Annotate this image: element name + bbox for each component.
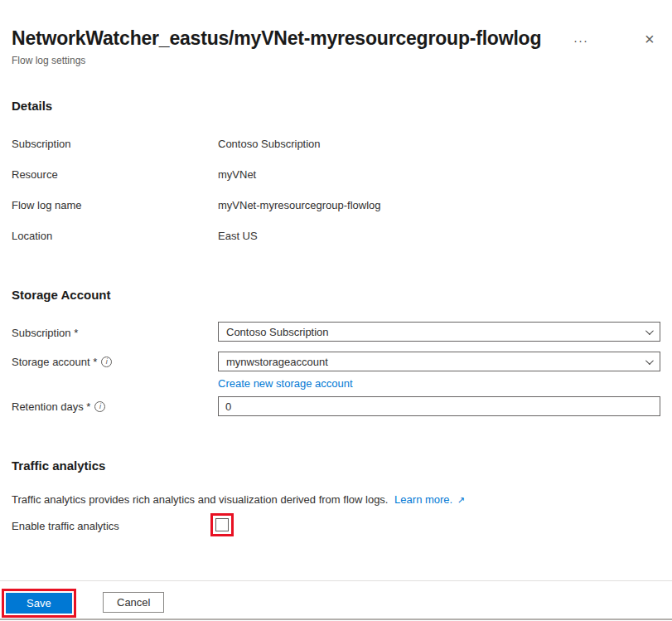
subscription-select[interactable]: Contoso Subscription [218,322,660,342]
save-button[interactable]: Save [6,593,72,614]
storage-account-select-value: mynwstorageaccount [226,356,328,368]
retention-days-input[interactable] [218,396,660,416]
retention-days-label-text: Retention days * [12,400,90,413]
retention-days-field-label: Retention days * i [12,400,105,413]
save-annotation-box: Save [2,589,76,618]
details-heading: Details [12,99,52,113]
learn-more-link[interactable]: Learn more. [394,493,452,506]
description-text: Traffic analytics provides rich analytic… [12,493,388,506]
flow-log-settings-pane: NetworkWatcher_eastus/myVNet-myresourceg… [0,0,672,621]
page-title: NetworkWatcher_eastus/myVNet-myresourceg… [12,27,541,50]
more-options-icon[interactable]: ··· [568,32,593,49]
checkbox-annotation-box [210,513,234,536]
detail-label-flow-log-name: Flow log name [12,199,82,211]
chevron-down-icon [645,327,654,335]
chevron-down-icon [645,357,654,365]
create-storage-account-link[interactable]: Create new storage account [218,377,353,390]
info-icon: i [101,357,112,367]
footer-divider [0,580,672,581]
traffic-analytics-description: Traffic analytics provides rich analytic… [12,493,465,506]
close-icon[interactable]: × [640,29,660,49]
traffic-analytics-heading: Traffic analytics [12,458,105,473]
cancel-button[interactable]: Cancel [103,592,164,613]
page-subtitle: Flow log settings [12,55,85,66]
pane-bottom-border [0,619,672,620]
storage-account-label-text: Storage account * [12,356,97,368]
storage-account-field-label: Storage account * i [12,356,112,368]
detail-value-location: East US [218,230,258,242]
storage-account-heading: Storage Account [12,288,110,302]
detail-value-flow-log-name: myVNet-myresourcegroup-flowlog [218,199,381,211]
storage-account-select[interactable]: mynwstorageaccount [218,352,660,371]
detail-label-resource: Resource [12,168,58,181]
external-link-icon: ↗ [457,495,465,505]
detail-label-location: Location [12,230,52,242]
enable-traffic-analytics-label: Enable traffic analytics [12,520,119,532]
detail-value-resource: myVNet [218,168,256,181]
subscription-field-label: Subscription * [12,327,78,339]
info-icon: i [94,401,105,412]
detail-label-subscription: Subscription [12,138,71,150]
detail-value-subscription: Contoso Subscription [218,138,321,150]
enable-traffic-analytics-checkbox[interactable] [215,518,229,531]
subscription-select-value: Contoso Subscription [226,326,329,338]
